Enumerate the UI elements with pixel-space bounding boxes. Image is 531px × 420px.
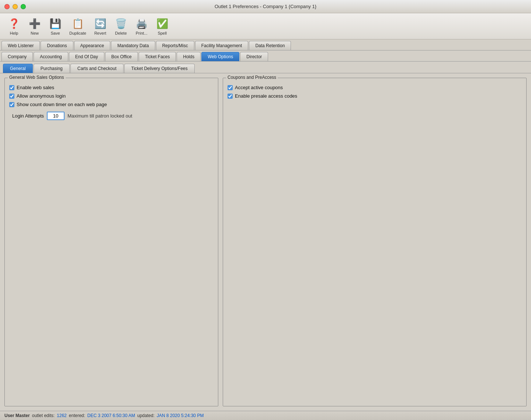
updated-label: updated: [137,413,155,418]
revert-icon: 🔄 [94,17,107,30]
tab-row-1: Web Listener Donations Appearance Mandat… [0,39,531,50]
close-button[interactable] [4,4,10,9]
duplicate-icon: 📋 [71,17,84,30]
subtab-general[interactable]: General [3,64,33,73]
tab-facility-management[interactable]: Facility Management [195,41,249,50]
enable-web-sales-row: Enable web sales [9,85,214,90]
toolbar: ❓ Help ➕ New 💾 Save 📋 Duplicate 🔄 Revert… [0,13,531,39]
spell-button[interactable]: ✅ Spell [153,15,172,37]
window-title: Outlet 1 Preferences - Company 1 {Compan… [215,4,316,9]
tab-reports-misc[interactable]: Reports/Misc [156,41,194,50]
show-countdown-label: Show count down timer on each web page [17,102,107,107]
spell-icon: ✅ [156,17,169,30]
help-button[interactable]: ❓ Help [4,15,24,37]
subtab-ticket-delivery[interactable]: Ticket Delivery Options/Fees [124,64,195,73]
minimize-button[interactable] [13,4,18,9]
subtab-row: General Purchasing Carts and Checkout Ti… [0,62,531,73]
tab-ticket-faces[interactable]: Ticket Faces [139,52,176,61]
enable-presale-row: Enable presale access codes [228,93,522,99]
print-button[interactable]: 🖨️ Print... [132,15,151,37]
updated-value: JAN 8 2020 5:24:30 PM [157,413,204,418]
allow-anonymous-label: Allow anonymous login [17,93,66,99]
enable-presale-checkbox[interactable] [228,94,233,99]
tab-box-office[interactable]: Box Office [105,52,138,61]
tab-appearance[interactable]: Appearance [74,41,111,50]
new-icon: ➕ [28,17,41,30]
general-web-sales-title: General Web Sales Options [8,75,66,80]
show-countdown-row: Show count down timer on each web page [9,102,214,107]
enable-web-sales-label: Enable web sales [17,85,54,90]
entered-label: entered: [69,413,85,418]
coupons-preaccess-title: Coupons and PreAccess [226,75,278,80]
tab-accounting[interactable]: Accounting [34,52,68,61]
tab-data-retention[interactable]: Data Retention [249,41,291,50]
tab-donations[interactable]: Donations [41,41,73,50]
outlet-edits-label: outlet edits: [32,413,55,418]
login-attempts-hint: Maximum till patron locked out [67,113,132,119]
status-bar: User Master outlet edits: 1262 entered: … [0,411,531,420]
accept-coupons-checkbox[interactable] [228,85,233,90]
coupons-preaccess-panel: Coupons and PreAccess Accept active coup… [223,78,527,406]
login-attempts-row: Login Attempts Maximum till patron locke… [12,112,214,120]
user-master-label: User Master [4,413,30,418]
tab-web-options[interactable]: Web Options [201,52,239,61]
show-countdown-checkbox[interactable] [9,102,14,107]
allow-anonymous-checkbox[interactable] [9,94,14,99]
tab-end-of-day[interactable]: End Of Day [69,52,104,61]
window-controls [4,4,26,9]
accept-coupons-label: Accept active coupons [235,85,283,90]
enable-web-sales-checkbox[interactable] [9,85,14,90]
delete-icon: 🗑️ [114,17,128,30]
help-icon: ❓ [7,17,21,30]
entered-value: DEC 3 2007 6:50:30 AM [87,413,135,418]
tab-director[interactable]: Director [240,52,268,61]
subtab-carts-checkout[interactable]: Carts and Checkout [70,64,124,73]
tab-web-listener[interactable]: Web Listener [1,41,40,50]
subtab-purchasing[interactable]: Purchasing [34,64,70,73]
outlet-edits-value: 1262 [57,413,67,418]
delete-button[interactable]: 🗑️ Delete [111,15,131,37]
enable-presale-label: Enable presale access codes [235,93,297,99]
login-attempts-input[interactable] [47,112,65,120]
save-icon: 💾 [49,17,62,30]
main-content: General Web Sales Options Enable web sal… [0,73,531,411]
duplicate-button[interactable]: 📋 Duplicate [66,15,89,37]
login-attempts-label: Login Attempts [12,113,44,119]
save-button[interactable]: 💾 Save [46,15,65,37]
tab-holds[interactable]: Holds [177,52,201,61]
maximize-button[interactable] [21,4,26,9]
new-button[interactable]: ➕ New [25,15,44,37]
accept-coupons-row: Accept active coupons [228,85,522,90]
revert-button[interactable]: 🔄 Revert [91,15,110,37]
allow-anonymous-row: Allow anonymous login [9,93,214,99]
print-icon: 🖨️ [135,17,148,30]
title-bar: Outlet 1 Preferences - Company 1 {Compan… [0,0,531,13]
general-web-sales-panel: General Web Sales Options Enable web sal… [4,78,218,406]
tab-row-2: Company Accounting End Of Day Box Office… [0,50,531,62]
tab-mandatory-data[interactable]: Mandatory Data [111,41,155,50]
tab-company[interactable]: Company [1,52,33,61]
